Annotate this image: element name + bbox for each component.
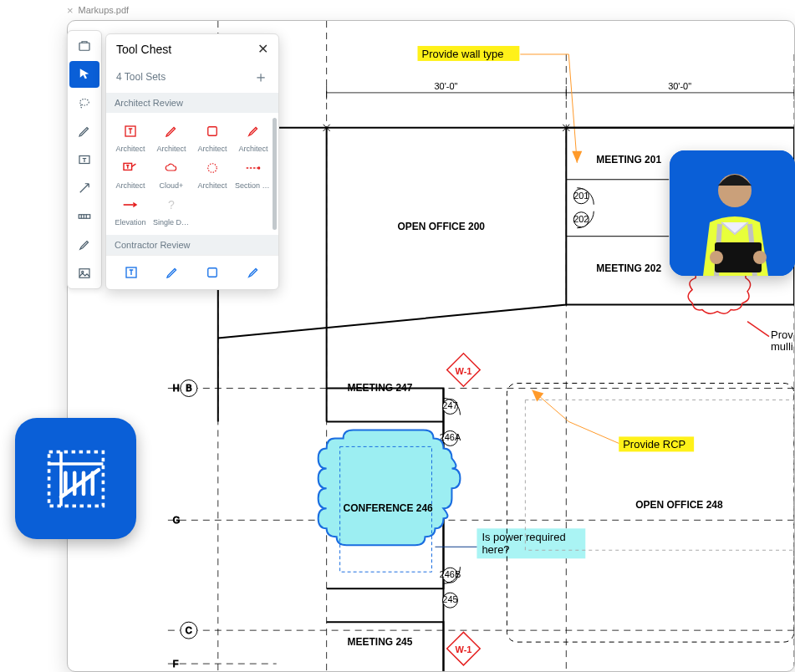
room-meeting-201: MEETING 201 xyxy=(596,154,661,165)
tab-bar: × Markups.pdf xyxy=(67,0,129,20)
door-247: 247 xyxy=(442,400,457,410)
tool-chest-scrollbar[interactable] xyxy=(273,118,277,230)
tool-pen-icon[interactable] xyxy=(69,118,99,145)
tool-chest-subtitle: 4 Tool Sets xyxy=(116,71,166,83)
tool-chest-add-icon[interactable]: ＋ xyxy=(253,69,268,84)
room-meeting-247: MEETING 247 xyxy=(348,382,413,394)
svg-rect-42 xyxy=(79,215,90,219)
footer-text-icon[interactable] xyxy=(121,262,141,283)
tool-chest-section-contractor[interactable]: Contractor Review xyxy=(106,235,278,255)
tag-w1-upper: W-1 xyxy=(447,354,481,387)
svg-rect-26 xyxy=(507,383,794,642)
door-202: 202 xyxy=(573,214,589,224)
callout-power-l2: here? xyxy=(482,543,509,556)
svg-point-40 xyxy=(80,99,89,106)
tool-chest-section-architect[interactable]: Architect Review xyxy=(106,93,278,113)
svg-point-59 xyxy=(753,251,767,264)
tool-measure-icon[interactable] xyxy=(69,203,99,230)
tool-textbox-icon[interactable] xyxy=(69,146,99,173)
tool-chest-grid: Architect Architect Architect Architect … xyxy=(106,113,278,235)
room-open-248: OPEN OFFICE 248 xyxy=(635,499,723,511)
footer-pen-icon[interactable] xyxy=(162,262,182,283)
cloud-conference[interactable] xyxy=(319,430,461,545)
door-246b: 246B xyxy=(440,569,461,579)
tc-item-callout[interactable]: Architect xyxy=(113,158,148,190)
callout-rcp: Provide RCP xyxy=(623,438,685,451)
callout-wall-type: Provide wall type xyxy=(422,48,504,60)
tool-chest-panel: Tool Chest ✕ 4 Tool Sets ＋ Architect Rev… xyxy=(105,33,279,290)
dim-span2: 30'-0" xyxy=(668,81,691,91)
tool-chest-close-icon[interactable]: ✕ xyxy=(257,43,268,56)
tc-item-text[interactable]: Architect xyxy=(113,121,148,153)
callout-power-l1: Is power required xyxy=(482,531,565,543)
room-meeting-202: MEETING 202 xyxy=(596,262,661,274)
tool-lasso-icon[interactable] xyxy=(69,89,99,116)
door-201: 201 xyxy=(573,191,589,201)
svg-marker-14 xyxy=(572,151,582,163)
tc-item-elevation[interactable]: Elevation xyxy=(113,195,148,227)
dim-span1: 30'-0" xyxy=(434,81,457,91)
svg-rect-54 xyxy=(208,268,217,277)
svg-rect-43 xyxy=(79,269,89,278)
tool-pointer-icon[interactable] xyxy=(69,61,99,88)
svg-rect-27 xyxy=(525,400,794,550)
tab-close-icon[interactable]: × xyxy=(67,4,74,17)
svg-text:W-1: W-1 xyxy=(456,644,472,654)
svg-point-50 xyxy=(257,166,260,169)
callout-mullions-l1: Prov xyxy=(771,328,793,341)
room-meeting-245: MEETING 245 xyxy=(348,636,413,648)
tc-item-pen[interactable]: Architect xyxy=(153,121,190,153)
tool-chest-title: Tool Chest xyxy=(116,43,171,56)
left-toolbar xyxy=(67,30,102,289)
svg-text:W-1: W-1 xyxy=(456,366,472,376)
grid-c: C xyxy=(186,625,192,635)
tc-item-rect[interactable]: Architect xyxy=(195,121,230,153)
grid-b: B xyxy=(186,383,191,393)
svg-line-19 xyxy=(747,322,769,337)
footer-rect-icon[interactable] xyxy=(202,262,222,283)
tc-item-single-door[interactable]: ?Single Do... xyxy=(153,195,190,227)
svg-marker-52 xyxy=(133,202,137,208)
tool-image-icon[interactable] xyxy=(69,260,99,287)
room-open-200: OPEN OFFICE 200 xyxy=(398,221,486,232)
room-conference-246: CONFERENCE 246 xyxy=(344,502,433,514)
footer-highlight-icon[interactable] xyxy=(243,262,263,283)
tc-item-burst[interactable]: Architect xyxy=(195,158,230,190)
door-245: 245 xyxy=(442,594,457,604)
grid-g: G xyxy=(173,515,181,525)
tool-toolchest-icon[interactable] xyxy=(69,33,99,59)
tool-arrow-icon[interactable] xyxy=(69,175,99,201)
callout-mullions-l2: mulli xyxy=(771,340,793,353)
svg-point-48 xyxy=(208,164,217,173)
tc-item-cloud[interactable]: Cloud+ xyxy=(153,158,190,190)
tc-item-section[interactable]: Section D... xyxy=(235,158,272,190)
app-logo xyxy=(15,418,136,539)
tab-filename[interactable]: Markups.pdf xyxy=(79,5,130,15)
grid-f: F xyxy=(173,659,179,669)
svg-rect-39 xyxy=(79,43,89,50)
svg-point-58 xyxy=(710,251,723,264)
grid-h: H xyxy=(173,383,180,393)
door-246a: 246A xyxy=(440,432,461,442)
worker-photo xyxy=(670,150,795,276)
tool-highlighter-icon[interactable] xyxy=(69,232,99,258)
tool-chest-footer xyxy=(106,255,278,289)
tc-item-highlight[interactable]: Architect xyxy=(235,121,272,153)
svg-rect-46 xyxy=(208,127,217,136)
tag-w1-lower: W-1 xyxy=(447,632,481,665)
